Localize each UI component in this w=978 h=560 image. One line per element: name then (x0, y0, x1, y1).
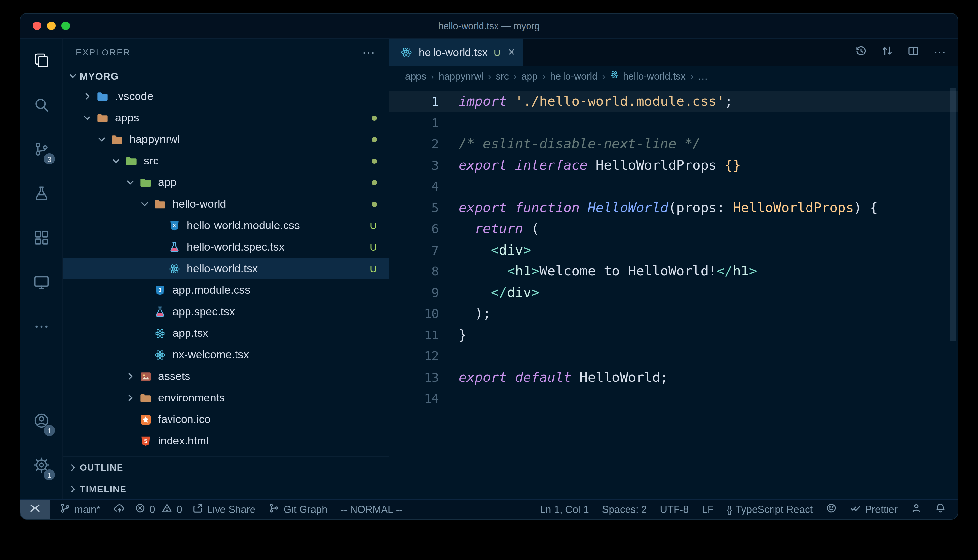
code-text: export interface HelloWorldProps {} (439, 154, 741, 175)
chevron-right-icon (65, 462, 80, 473)
code-line-11[interactable]: 10 ); (390, 303, 958, 324)
tree-item-index-html[interactable]: 5index.html (63, 430, 389, 452)
breadcrumb-label: hello-world (550, 70, 597, 81)
tree-item-app-tsx[interactable]: app.tsx (63, 322, 389, 344)
warning-icon (162, 503, 173, 516)
code-line-14[interactable]: 13export default HelloWorld; (390, 367, 958, 388)
close-tab-icon[interactable]: × (508, 45, 515, 59)
tree-item-favicon-ico[interactable]: favicon.ico (63, 408, 389, 430)
git-branch-icon (59, 503, 70, 516)
breadcrumb-happynrwl[interactable]: happynrwl (439, 70, 483, 81)
tree-item-assets[interactable]: assets (63, 365, 389, 387)
git-status: U (370, 263, 389, 274)
code-line-10[interactable]: 9 </div> (390, 282, 958, 303)
status-git-branch[interactable]: main* (53, 500, 107, 519)
status-language-mode[interactable]: {}TypeScript React (720, 500, 819, 519)
status-indentation[interactable]: Spaces: 2 (595, 500, 654, 519)
explorer-more-actions-icon[interactable]: ⋯ (362, 46, 376, 59)
status-errors[interactable]: 0 (131, 500, 158, 519)
code-line-4[interactable]: 3export interface HelloWorldProps {} (390, 154, 958, 175)
status-feedback-smiley[interactable] (819, 500, 843, 519)
tree-item-happynrwl[interactable]: happynrwl (63, 128, 389, 150)
activitybar-source-control[interactable]: 3 (20, 135, 62, 165)
tree-item-vscode[interactable]: .vscode (63, 85, 389, 107)
tree-item-hello-world-module-css[interactable]: 3hello-world.module.cssU (63, 215, 389, 236)
editor-more-actions-button[interactable]: ⋯ (934, 46, 946, 59)
breadcrumb-app[interactable]: app (522, 70, 538, 81)
status-notifications[interactable] (928, 500, 953, 519)
code-line-15[interactable]: 14 (390, 388, 958, 409)
sidebar-section-outline[interactable]: OUTLINE (63, 456, 389, 478)
code-line-6[interactable]: 5export function HelloWorld(props: Hello… (390, 197, 958, 218)
section-label: TIMELINE (80, 483, 126, 494)
breadcrumb-item[interactable]: … (698, 70, 708, 81)
status-label: Git Graph (284, 503, 327, 515)
breadcrumb-apps[interactable]: apps (405, 70, 426, 81)
editor-scrollbar[interactable] (950, 88, 956, 342)
activitybar-settings[interactable]: 1 (20, 451, 62, 481)
settings-badge: 1 (44, 469, 55, 480)
status-label: LF (702, 503, 714, 515)
editor-group: hello-world.tsx U × ⋯ apps›happynrwl›src… (390, 38, 958, 499)
breadcrumb-src[interactable]: src (496, 70, 509, 81)
code-line-2[interactable]: 1 (390, 112, 958, 133)
tree-item-environments[interactable]: environments (63, 387, 389, 408)
code-text: } (439, 324, 467, 345)
timeline-history-button[interactable] (855, 45, 867, 59)
status-eol[interactable]: LF (695, 500, 720, 519)
tree-item-hello-world[interactable]: hello-world (63, 193, 389, 215)
twistie-spacer (123, 414, 137, 425)
chevron-down-icon (137, 199, 152, 209)
tree-item-apps[interactable]: apps (63, 107, 389, 128)
status-cursor-position[interactable]: Ln 1, Col 1 (533, 500, 595, 519)
tree-item-src[interactable]: src (63, 150, 389, 172)
activitybar-accounts[interactable]: 1 (20, 407, 62, 437)
sidebar-section-timeline[interactable]: TIMELINE (63, 478, 389, 499)
breadcrumb-separator: › (488, 70, 491, 81)
favicon-star-icon (139, 413, 152, 426)
tab-hello-world-tsx[interactable]: hello-world.tsx U × (390, 38, 523, 66)
activitybar-test-explorer[interactable] (20, 180, 62, 210)
code-line-12[interactable]: 11} (390, 324, 958, 345)
zoom-window-button[interactable] (62, 22, 70, 30)
minimize-window-button[interactable] (47, 22, 55, 30)
chevron-down-icon[interactable] (65, 70, 80, 81)
status-prettier[interactable]: Prettier (843, 500, 904, 519)
open-changes-button[interactable] (881, 45, 893, 59)
code-line-9[interactable]: 8 <h1>Welcome to HelloWorld!</h1> (390, 260, 958, 282)
split-editor-button[interactable] (908, 45, 919, 59)
close-window-button[interactable] (33, 22, 41, 30)
status-encoding[interactable]: UTF-8 (654, 500, 695, 519)
tree-item-hello-world-spec-tsx[interactable]: hello-world.spec.tsxU (63, 236, 389, 258)
status-live-share-session[interactable] (904, 500, 928, 519)
status-remote-indicator[interactable] (20, 500, 50, 519)
error-icon (134, 503, 145, 516)
status-git-graph[interactable]: Git Graph (262, 500, 334, 519)
code-line-7[interactable]: 6 return ( (390, 218, 958, 239)
activitybar-remote-explorer[interactable] (20, 268, 62, 298)
tree-item-app-module-css[interactable]: 3app.module.css (63, 279, 389, 301)
activitybar-search[interactable] (20, 91, 62, 121)
code-editor[interactable]: 1import './hello-world.module.css';12/* … (390, 85, 958, 499)
code-line-1[interactable]: 1import './hello-world.module.css'; (390, 91, 958, 112)
code-line-8[interactable]: 7 <div> (390, 239, 958, 260)
code-line-3[interactable]: 2/* eslint-disable-next-line */ (390, 133, 958, 154)
code-line-5[interactable]: 4 (390, 175, 958, 197)
status-warnings[interactable]: 0 (159, 500, 186, 519)
tree-item-hello-world-tsx[interactable]: hello-world.tsxU (63, 258, 389, 279)
breadcrumb-hello-world[interactable]: hello-world (550, 70, 597, 81)
breadcrumb-hello-world-tsx[interactable]: hello-world.tsx (610, 70, 685, 82)
status-publish-changes[interactable] (107, 500, 131, 519)
tree-item-app-spec-tsx[interactable]: app.spec.tsx (63, 301, 389, 322)
status-vim-mode[interactable]: -- NORMAL -- (334, 500, 409, 519)
title-bar[interactable]: hello-world.tsx — myorg (20, 14, 958, 38)
activitybar-explorer[interactable] (20, 46, 62, 77)
activitybar-more-views[interactable] (20, 313, 62, 343)
workspace-root-row[interactable]: MYORG (63, 66, 389, 85)
status-live-share[interactable]: Live Share (186, 500, 262, 519)
tree-item-app[interactable]: app (63, 172, 389, 193)
code-line-13[interactable]: 12 (390, 345, 958, 367)
tree-item-nx-welcome-tsx[interactable]: nx-welcome.tsx (63, 344, 389, 365)
modified-dot-icon (372, 202, 377, 207)
activitybar-extensions[interactable] (20, 224, 62, 254)
